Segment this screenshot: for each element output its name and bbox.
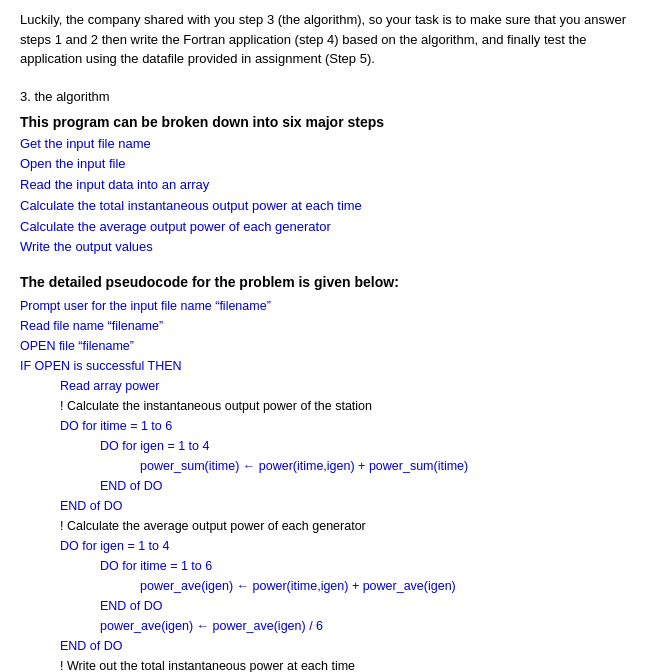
pseudocode-line: Read array power — [20, 376, 640, 396]
program-steps-heading: This program can be broken down into six… — [20, 114, 640, 130]
steps-list: Get the input file name Open the input f… — [20, 134, 640, 259]
section-number: 3. the algorithm — [20, 89, 640, 104]
pseudocode-line: Prompt user for the input file name “fil… — [20, 296, 640, 316]
pseudocode-line: ! Calculate the instantaneous output pow… — [20, 396, 640, 416]
step-1: Get the input file name — [20, 134, 640, 155]
step-6: Write the output values — [20, 237, 640, 258]
pseudocode-block: Prompt user for the input file name “fil… — [20, 296, 640, 672]
pseudocode-line: Read file name “filename” — [20, 316, 640, 336]
pseudocode-line: ! Calculate the average output power of … — [20, 516, 640, 536]
pseudocode-line: ! Write out the total instantaneous powe… — [20, 656, 640, 672]
section3: 3. the algorithm This program can be bro… — [20, 89, 640, 673]
pseudocode-line: OPEN file “filename” — [20, 336, 640, 356]
pseudocode-line: power_ave(igen) ← power(itime,igen) + po… — [20, 576, 640, 596]
step-5: Calculate the average output power of ea… — [20, 217, 640, 238]
pseudocode-heading: The detailed pseudocode for the problem … — [20, 274, 640, 290]
pseudocode-line: END of DO — [20, 636, 640, 656]
intro-text: Luckily, the company shared with you ste… — [20, 10, 640, 69]
pseudocode-line: END of DO — [20, 596, 640, 616]
step-2: Open the input file — [20, 154, 640, 175]
pseudocode-line: IF OPEN is successful THEN — [20, 356, 640, 376]
pseudocode-line: DO for itime = 1 to 6 — [20, 416, 640, 436]
pseudocode-line: DO for igen = 1 to 4 — [20, 436, 640, 456]
pseudocode-line: END of DO — [20, 496, 640, 516]
pseudocode-line: DO for igen = 1 to 4 — [20, 536, 640, 556]
pseudocode-line: DO for itime = 1 to 6 — [20, 556, 640, 576]
pseudocode-line: power_ave(igen) ← power_ave(igen) / 6 — [20, 616, 640, 636]
step-4: Calculate the total instantaneous output… — [20, 196, 640, 217]
pseudocode-line: END of DO — [20, 476, 640, 496]
step-3: Read the input data into an array — [20, 175, 640, 196]
pseudocode-line: power_sum(itime) ← power(itime,igen) + p… — [20, 456, 640, 476]
